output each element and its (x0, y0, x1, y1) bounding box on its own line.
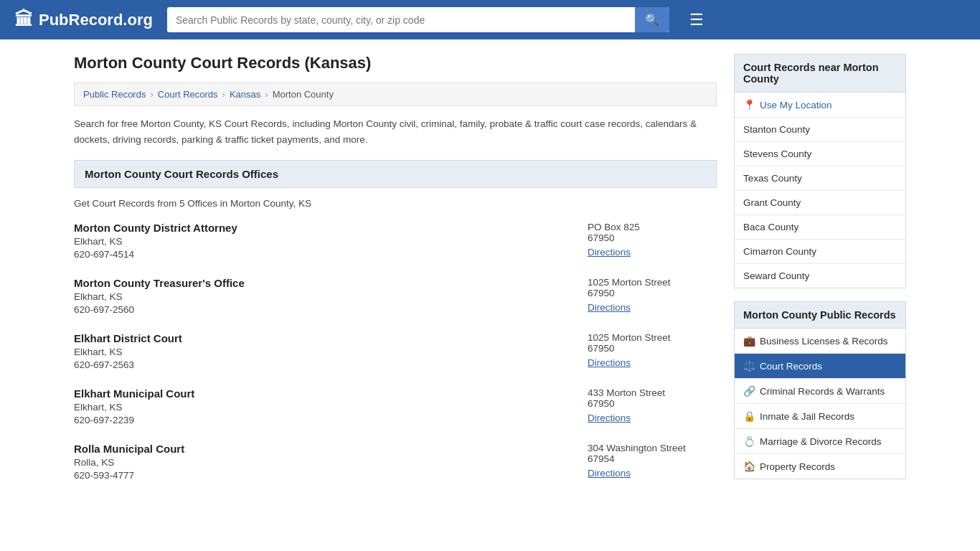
baca-county-label: Baca County (743, 222, 798, 232)
inmate-records-label: Inmate & Jail Records (760, 411, 854, 422)
address-zip: 67950 (588, 398, 717, 409)
office-address: 1025 Morton Street 67950 Directions (588, 277, 717, 313)
logo-text: PubRecord.org (39, 11, 153, 29)
offices-list: Morton County District Attorney Elkhart,… (74, 222, 717, 481)
sidebar-item-texas-county[interactable]: Texas County (735, 166, 905, 191)
court-records-label: Court Records (760, 361, 822, 372)
briefcase-icon: 💼 (743, 335, 755, 347)
chain-icon: 🔗 (743, 385, 755, 397)
office-entry: Elkhart District Court Elkhart, KS 620-6… (74, 332, 717, 370)
offices-section-header: Morton County Court Records Offices (74, 160, 717, 188)
use-my-location-label: Use My Location (760, 100, 832, 110)
office-address: 433 Morton Street 67950 Directions (588, 387, 717, 423)
address-line: 1025 Morton Street (588, 277, 717, 288)
sidebar-item-marriage-records[interactable]: 💍 Marriage & Divorce Records (735, 429, 905, 454)
office-city: Elkhart, KS (74, 236, 588, 247)
public-records-list: 💼 Business Licenses & Records ⚖️ Court R… (734, 329, 906, 479)
content-area: Morton County Court Records (Kansas) Pub… (74, 54, 717, 498)
sidebar-item-court-records[interactable]: ⚖️ Court Records (735, 354, 905, 379)
address-line: 1025 Morton Street (588, 332, 717, 343)
office-info: Elkhart Municipal Court Elkhart, KS 620-… (74, 387, 588, 425)
menu-icon[interactable]: ☰ (689, 11, 704, 29)
search-bar: 🔍 (167, 7, 669, 32)
sidebar-item-stanton-county[interactable]: Stanton County (735, 118, 905, 142)
cimarron-county-label: Cimarron County (743, 246, 816, 257)
main-container: Morton County Court Records (Kansas) Pub… (60, 39, 920, 512)
office-name: Elkhart District Court (74, 332, 588, 344)
directions-link[interactable]: Directions (588, 357, 631, 368)
sidebar-item-property-records[interactable]: 🏠 Property Records (735, 454, 905, 479)
office-name: Morton County Treasurer's Office (74, 277, 588, 289)
office-city: Elkhart, KS (74, 402, 588, 413)
office-phone: 620-593-4777 (74, 470, 588, 481)
sidebar-item-seward-county[interactable]: Seward County (735, 264, 905, 288)
office-name: Rolla Municipal Court (74, 443, 588, 455)
sidebar-item-stevens-county[interactable]: Stevens County (735, 142, 905, 166)
office-address: 304 Washington Street 67954 Directions (588, 443, 717, 479)
office-info: Elkhart District Court Elkhart, KS 620-6… (74, 332, 588, 370)
search-button[interactable]: 🔍 (635, 7, 669, 32)
ring-icon: 💍 (743, 435, 755, 447)
stevens-county-label: Stevens County (743, 149, 811, 159)
business-licenses-label: Business Licenses & Records (760, 336, 888, 347)
location-pin-icon: 📍 (743, 99, 755, 110)
office-address: 1025 Morton Street 67950 Directions (588, 332, 717, 368)
criminal-records-label: Criminal Records & Warrants (760, 386, 885, 397)
office-entry: Morton County Treasurer's Office Elkhart… (74, 277, 717, 315)
office-info: Rolla Municipal Court Rolla, KS 620-593-… (74, 443, 588, 481)
directions-link[interactable]: Directions (588, 247, 631, 258)
sidebar-item-inmate-records[interactable]: 🔒 Inmate & Jail Records (735, 404, 905, 429)
house-icon: 🏠 (743, 461, 755, 472)
seward-county-label: Seward County (743, 270, 809, 281)
offices-count: Get Court Records from 5 Offices in Mort… (74, 198, 717, 209)
sidebar-item-business-licenses[interactable]: 💼 Business Licenses & Records (735, 329, 905, 354)
site-logo[interactable]: 🏛 PubRecord.org (14, 9, 153, 31)
office-info: Morton County District Attorney Elkhart,… (74, 222, 588, 260)
office-name: Elkhart Municipal Court (74, 387, 588, 400)
sidebar-item-cimarron-county[interactable]: Cimarron County (735, 240, 905, 264)
grant-county-label: Grant County (743, 197, 801, 208)
public-records-section-header: Morton County Public Records (734, 301, 906, 329)
search-input[interactable] (167, 9, 635, 32)
property-records-label: Property Records (760, 461, 835, 472)
address-zip: 67950 (588, 343, 717, 354)
breadcrumb-public-records[interactable]: Public Records (83, 89, 146, 100)
sidebar: Court Records near Morton County 📍 Use M… (734, 54, 906, 498)
marriage-records-label: Marriage & Divorce Records (760, 436, 882, 447)
office-entry: Elkhart Municipal Court Elkhart, KS 620-… (74, 387, 717, 425)
directions-link[interactable]: Directions (588, 413, 631, 423)
directions-link[interactable]: Directions (588, 302, 631, 313)
breadcrumb-morton-county: Morton County (273, 89, 334, 100)
scales-icon: ⚖️ (743, 360, 755, 372)
address-zip: 67950 (588, 288, 717, 298)
office-name: Morton County District Attorney (74, 222, 588, 234)
office-address: PO Box 825 67950 Directions (588, 222, 717, 258)
directions-link[interactable]: Directions (588, 468, 631, 479)
sidebar-item-criminal-records[interactable]: 🔗 Criminal Records & Warrants (735, 379, 905, 404)
address-line: 433 Morton Street (588, 387, 717, 398)
stanton-county-label: Stanton County (743, 124, 810, 135)
address-line: PO Box 825 (588, 222, 717, 232)
public-records-title: Morton County Public Records (743, 309, 896, 321)
office-phone: 620-697-2563 (74, 359, 588, 370)
lock-icon: 🔒 (743, 410, 755, 422)
page-title: Morton County Court Records (Kansas) (74, 54, 717, 72)
office-entry: Morton County District Attorney Elkhart,… (74, 222, 717, 260)
breadcrumb-kansas[interactable]: Kansas (230, 89, 260, 100)
nearby-list: 📍 Use My Location Stanton County Stevens… (734, 93, 906, 288)
office-entry: Rolla Municipal Court Rolla, KS 620-593-… (74, 443, 717, 481)
office-phone: 620-697-2560 (74, 304, 588, 315)
site-header: 🏛 PubRecord.org 🔍 ☰ (0, 0, 980, 39)
breadcrumb-court-records[interactable]: Court Records (158, 89, 218, 100)
sidebar-item-use-my-location[interactable]: 📍 Use My Location (735, 93, 905, 118)
office-phone: 620-697-4514 (74, 249, 588, 260)
texas-county-label: Texas County (743, 173, 802, 184)
breadcrumb: Public Records › Court Records › Kansas … (74, 83, 717, 106)
office-city: Rolla, KS (74, 457, 588, 468)
office-info: Morton County Treasurer's Office Elkhart… (74, 277, 588, 315)
sidebar-item-baca-county[interactable]: Baca County (735, 215, 905, 240)
nearby-title: Court Records near Morton County (743, 62, 879, 85)
page-description: Search for free Morton County, KS Court … (74, 116, 717, 147)
sidebar-item-grant-county[interactable]: Grant County (735, 191, 905, 215)
office-city: Elkhart, KS (74, 347, 588, 357)
